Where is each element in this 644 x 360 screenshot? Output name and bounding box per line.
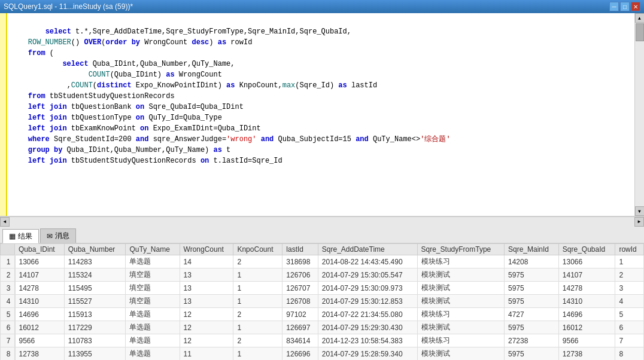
cell-r2-c8: 模块测试 — [417, 282, 504, 295]
cell-r6-c11: 7 — [615, 334, 644, 347]
cell-r2-c3: 填空题 — [126, 282, 180, 295]
cell-r7-c2: 113955 — [64, 347, 126, 361]
cell-r0-c3: 单选题 — [126, 255, 180, 269]
table-row[interactable]: 414310115527填空题1311267082014-07-29 15:30… — [1, 295, 644, 308]
cell-r0-c5: 2 — [233, 255, 282, 269]
col-header-QuTy_Name: QuTy_Name — [126, 244, 180, 255]
table-row[interactable]: 314278115495填空题1311267072014-07-29 15:30… — [1, 282, 644, 295]
col-header-Sqre_StudyFromType: Sqre_StudyFromType — [417, 244, 504, 255]
cell-r3-c10: 14310 — [558, 295, 615, 308]
cell-r3-c0: 4 — [1, 295, 15, 308]
cell-r3-c7: 2014-07-29 15:30:12.853 — [318, 295, 417, 308]
line-gutter — [0, 13, 7, 216]
cell-r0-c7: 2014-08-22 14:43:45.490 — [318, 255, 417, 269]
cell-r7-c8: 模块测试 — [417, 347, 504, 361]
cell-r5-c7: 2014-07-29 15:29:30.430 — [318, 321, 417, 334]
scroll-right-button[interactable]: ► — [634, 217, 644, 227]
cell-r1-c10: 14107 — [558, 269, 615, 282]
cell-r6-c9: 27238 — [504, 334, 558, 347]
cell-r1-c2: 115324 — [64, 269, 126, 282]
tab-messages[interactable]: ✉ 消息 — [40, 228, 76, 243]
cell-r7-c4: 11 — [180, 347, 233, 361]
cell-r1-c4: 13 — [180, 269, 233, 282]
title-bar: SQLQuery1.sql - 11...ineStudy (sa (59))*… — [0, 0, 644, 13]
cell-r5-c1: 16012 — [15, 321, 65, 334]
cell-r0-c10: 13066 — [558, 255, 615, 269]
results-area[interactable]: Quba_IDintQuba_NumberQuTy_NameWrongCount… — [0, 243, 644, 360]
cell-r6-c10: 9566 — [558, 334, 615, 347]
cell-r0-c6: 318698 — [282, 255, 318, 269]
window-controls: ─ □ ✕ — [609, 2, 640, 11]
cell-r7-c1: 12738 — [15, 347, 65, 361]
cell-r5-c4: 12 — [180, 321, 233, 334]
cell-r1-c1: 14107 — [15, 269, 65, 282]
table-row[interactable]: 616012117229单选题1211266972014-07-29 15:29… — [1, 321, 644, 334]
cell-r0-c1: 13066 — [15, 255, 65, 269]
cell-r5-c8: 模块测试 — [417, 321, 504, 334]
cell-r4-c3: 单选题 — [126, 308, 180, 321]
cell-r3-c9: 5975 — [504, 295, 558, 308]
cell-r3-c11: 4 — [615, 295, 644, 308]
cell-r6-c1: 9566 — [15, 334, 65, 347]
table-row[interactable]: 812738113955单选题1111266962014-07-29 15:28… — [1, 347, 644, 361]
code-editor[interactable]: select t.*,Sqre_AddDateTime,Sqre_StudyFr… — [7, 13, 634, 216]
cell-r4-c11: 5 — [615, 308, 644, 321]
cell-r4-c2: 115913 — [64, 308, 126, 321]
table-icon: ▦ — [9, 232, 16, 240]
cell-r4-c0: 5 — [1, 308, 15, 321]
cell-r5-c6: 126697 — [282, 321, 318, 334]
cell-r2-c2: 115495 — [64, 282, 126, 295]
cell-r2-c1: 14278 — [15, 282, 65, 295]
table-row[interactable]: 79566110783单选题1228346142014-12-23 10:58:… — [1, 334, 644, 347]
cell-r5-c11: 6 — [615, 321, 644, 334]
cell-r6-c6: 834614 — [282, 334, 318, 347]
close-button[interactable]: ✕ — [631, 2, 640, 11]
cell-r2-c7: 2014-07-29 15:30:09.973 — [318, 282, 417, 295]
cell-r1-c11: 2 — [615, 269, 644, 282]
cell-r7-c5: 1 — [233, 347, 282, 361]
cell-r1-c7: 2014-07-29 15:30:05.547 — [318, 269, 417, 282]
horizontal-scrollbar[interactable]: ◄ ► — [0, 216, 644, 226]
cell-r2-c0: 3 — [1, 282, 15, 295]
scroll-left-button[interactable]: ◄ — [0, 217, 10, 227]
col-header-rowId: rowId — [615, 244, 644, 255]
message-icon: ✉ — [47, 232, 53, 240]
table-row[interactable]: 214107115324填空题1311267062014-07-29 15:30… — [1, 269, 644, 282]
cell-r6-c7: 2014-12-23 10:58:54.383 — [318, 334, 417, 347]
results-scroll-wrapper[interactable]: Quba_IDintQuba_NumberQuTy_NameWrongCount… — [0, 243, 644, 360]
scroll-track[interactable] — [635, 23, 645, 206]
h-scroll-track[interactable] — [10, 217, 634, 227]
cell-r2-c9: 5975 — [504, 282, 558, 295]
table-row[interactable]: 113066114283单选题1423186982014-08-22 14:43… — [1, 255, 644, 269]
editor-scrollbar[interactable]: ▲ ▼ — [634, 13, 644, 216]
cell-r6-c0: 7 — [1, 334, 15, 347]
cell-r2-c6: 126707 — [282, 282, 318, 295]
col-header-KnpoCount: KnpoCount — [233, 244, 282, 255]
cell-r5-c5: 1 — [233, 321, 282, 334]
minimize-button[interactable]: ─ — [609, 2, 619, 11]
cell-r1-c6: 126706 — [282, 269, 318, 282]
results-table: Quba_IDintQuba_NumberQuTy_NameWrongCount… — [0, 243, 644, 360]
cell-r3-c1: 14310 — [15, 295, 65, 308]
cell-r7-c10: 12738 — [558, 347, 615, 361]
col-header-rownum — [1, 244, 15, 255]
cell-r7-c6: 126696 — [282, 347, 318, 361]
scroll-down-button[interactable]: ▼ — [635, 206, 645, 216]
cell-r7-c3: 单选题 — [126, 347, 180, 361]
maximize-button[interactable]: □ — [620, 2, 630, 11]
cell-r3-c8: 模块测试 — [417, 295, 504, 308]
results-header-row: Quba_IDintQuba_NumberQuTy_NameWrongCount… — [1, 244, 644, 255]
col-header-Sqre_MainId: Sqre_MainId — [504, 244, 558, 255]
cell-r1-c5: 1 — [233, 269, 282, 282]
cell-r5-c10: 16012 — [558, 321, 615, 334]
cell-r7-c7: 2014-07-29 15:28:59.340 — [318, 347, 417, 361]
cell-r0-c4: 14 — [180, 255, 233, 269]
table-row[interactable]: 514696115913单选题122971022014-07-22 21:34:… — [1, 308, 644, 321]
cell-r1-c9: 5975 — [504, 269, 558, 282]
window-title: SQLQuery1.sql - 11...ineStudy (sa (59))* — [4, 2, 133, 11]
tab-results[interactable]: ▦ 结果 — [2, 229, 39, 243]
bottom-section: ▦ 结果 ✉ 消息 Quba_IDintQuba_NumberQuTy_Name… — [0, 226, 644, 360]
scroll-thumb[interactable] — [636, 23, 644, 41]
scroll-up-button[interactable]: ▲ — [635, 13, 645, 23]
cell-r6-c5: 2 — [233, 334, 282, 347]
